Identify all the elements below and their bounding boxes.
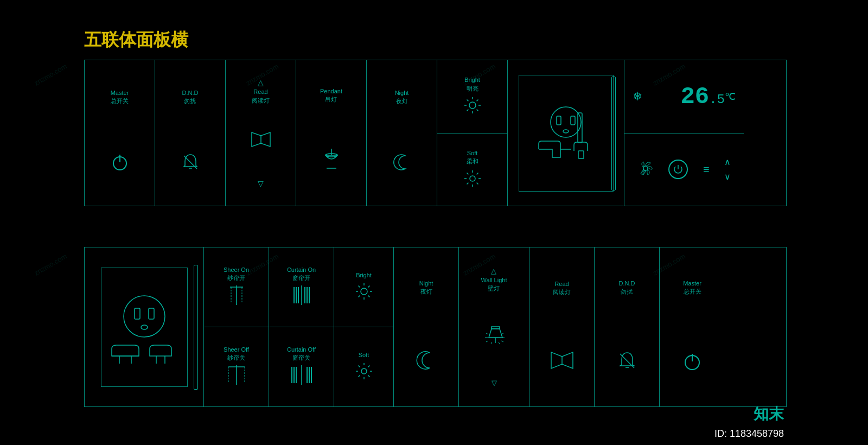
curtain-on-label: Curtain On 窗帘开 bbox=[287, 266, 316, 283]
svg-line-22 bbox=[467, 173, 468, 174]
svg-rect-27 bbox=[557, 116, 561, 125]
split-sheer: Sheer On 纱帘开 Sheer Off 纱帘关 bbox=[204, 247, 269, 406]
pendant-icon bbox=[320, 148, 343, 179]
soft-b-label: Soft bbox=[359, 351, 369, 359]
svg-line-83 bbox=[486, 333, 488, 334]
master-b-power-icon bbox=[681, 349, 704, 374]
svg-line-70 bbox=[368, 285, 369, 287]
curtain-off-icon bbox=[290, 364, 314, 388]
svg-line-14 bbox=[476, 110, 478, 111]
svg-line-68 bbox=[358, 285, 360, 287]
watermark-1: znzmo.com bbox=[33, 62, 68, 87]
svg-point-72 bbox=[361, 368, 367, 374]
night-b-label: Night 夜灯 bbox=[419, 279, 433, 296]
master-power-icon bbox=[109, 151, 131, 177]
bright-b-label: Bright bbox=[356, 271, 372, 279]
wall-light-label: Wall Light 壁灯 bbox=[481, 276, 507, 293]
cell-dnd-b[interactable]: D.N.D 勿扰 bbox=[595, 247, 660, 406]
wall-light-arrow-up[interactable]: △ bbox=[491, 267, 496, 275]
svg-line-25 bbox=[467, 182, 468, 184]
sheer-on-icon bbox=[226, 284, 247, 308]
ac-arrow-down[interactable]: ∨ bbox=[724, 171, 731, 182]
cell-ac: ❄ 26.5℃ bbox=[624, 60, 744, 206]
svg-rect-35 bbox=[135, 308, 140, 319]
svg-line-88 bbox=[501, 341, 503, 342]
cell-master-b[interactable]: Master 总开关 bbox=[660, 247, 725, 406]
wall-light-icon bbox=[481, 321, 508, 351]
ac-fan-icon[interactable] bbox=[637, 160, 654, 179]
sheer-on-label: Sheer On 纱帘开 bbox=[224, 266, 249, 283]
bright-b-icon bbox=[355, 282, 373, 303]
split-curtain: Curtain On 窗帘开 Curtain Off bbox=[269, 247, 334, 406]
svg-line-15 bbox=[476, 100, 478, 101]
cell-soft-b[interactable]: Soft bbox=[334, 327, 394, 406]
curtain-on-icon bbox=[290, 284, 314, 308]
split-bright-soft-b: Bright bbox=[334, 247, 394, 406]
dnd-b-label: D.N.D 勿扰 bbox=[619, 279, 635, 296]
read-label: Read 阅读灯 bbox=[252, 88, 270, 105]
read-b-label: Read 阅读灯 bbox=[553, 280, 571, 297]
cell-bright[interactable]: Bright 明亮 bbox=[437, 60, 508, 134]
svg-point-8 bbox=[469, 102, 476, 109]
master-label: Master 总开关 bbox=[111, 89, 129, 106]
ac-power-button[interactable] bbox=[668, 160, 688, 179]
cell-bright-b[interactable]: Bright bbox=[334, 247, 394, 327]
cell-sheer-off[interactable]: Sheer Off 纱帘关 bbox=[204, 327, 269, 406]
svg-point-29 bbox=[563, 130, 569, 133]
svg-line-79 bbox=[368, 365, 369, 367]
svg-line-13 bbox=[467, 100, 468, 101]
cell-soft[interactable]: Soft 柔和 bbox=[437, 134, 508, 206]
svg-point-63 bbox=[361, 288, 367, 295]
ac-menu-icon[interactable]: ≡ bbox=[703, 163, 710, 176]
svg-rect-31 bbox=[578, 151, 584, 158]
svg-line-86 bbox=[491, 342, 492, 344]
master-b-label: Master 总开关 bbox=[683, 279, 701, 296]
dnd-bell-icon bbox=[180, 151, 201, 177]
bottom-panel: Sheer On 纱帘开 Sheer Off 纱帘关 bbox=[84, 247, 787, 407]
pendant-label: Pendant 吊灯 bbox=[320, 87, 342, 104]
svg-line-85 bbox=[486, 341, 488, 342]
top-panel: Master 总开关 D.N.D 勿扰 △ bbox=[84, 60, 787, 206]
read-arrow-up[interactable]: △ bbox=[258, 78, 264, 87]
soft-b-icon bbox=[355, 362, 373, 383]
curtain-off-label: Curtain Off 窗帘关 bbox=[287, 346, 316, 363]
svg-line-24 bbox=[476, 173, 478, 174]
split-bright-soft: Bright 明亮 bbox=[437, 60, 508, 206]
cell-socket-top bbox=[508, 60, 624, 206]
cell-sheer-on[interactable]: Sheer On 纱帘开 bbox=[204, 247, 269, 327]
svg-line-78 bbox=[368, 375, 369, 377]
cell-master[interactable]: Master 总开关 bbox=[85, 60, 155, 206]
cell-read-b[interactable]: Read 阅读灯 bbox=[529, 247, 595, 406]
svg-point-17 bbox=[470, 176, 475, 181]
cell-read[interactable]: △ Read 阅读灯 ▽ bbox=[226, 60, 296, 206]
cell-pendant[interactable]: Pendant 吊灯 bbox=[296, 60, 367, 206]
read-b-book-icon bbox=[549, 350, 575, 374]
brand-id: ID: 1183458798 bbox=[714, 428, 784, 440]
soft-gear-icon bbox=[463, 169, 482, 190]
svg-line-80 bbox=[358, 375, 360, 377]
ac-temp-display: 26.5℃ bbox=[680, 83, 736, 110]
ac-arrow-up[interactable]: ∧ bbox=[724, 157, 731, 167]
read-book-icon bbox=[250, 130, 272, 154]
wall-light-arrow-down[interactable]: ▽ bbox=[492, 379, 497, 387]
cell-dnd[interactable]: D.N.D 勿扰 bbox=[155, 60, 226, 206]
svg-line-77 bbox=[358, 365, 360, 367]
ac-controls: ≡ ∧ ∨ bbox=[624, 134, 744, 206]
svg-rect-28 bbox=[571, 116, 575, 125]
svg-line-69 bbox=[368, 295, 369, 297]
read-arrow-down[interactable]: ▽ bbox=[258, 179, 264, 188]
cell-curtain-on[interactable]: Curtain On 窗帘开 bbox=[269, 247, 334, 327]
night-b-moon-icon bbox=[414, 348, 438, 374]
cell-wall-light[interactable]: △ Wall Light 壁灯 ▽ bbox=[459, 247, 529, 406]
brand-name: 知末 bbox=[754, 404, 784, 424]
cell-curtain-off[interactable]: Curtain Off 窗帘关 bbox=[269, 327, 334, 406]
bright-label: Bright 明亮 bbox=[464, 76, 480, 93]
cell-night[interactable]: Night 夜灯 bbox=[367, 60, 437, 206]
svg-point-37 bbox=[141, 325, 148, 329]
svg-line-16 bbox=[467, 110, 468, 111]
night-label: Night 夜灯 bbox=[395, 89, 409, 106]
dnd-label: D.N.D 勿扰 bbox=[182, 89, 199, 106]
page-title: 五联体面板横 bbox=[84, 28, 188, 52]
cell-night-b[interactable]: Night 夜灯 bbox=[394, 247, 459, 406]
svg-point-34 bbox=[124, 296, 165, 337]
